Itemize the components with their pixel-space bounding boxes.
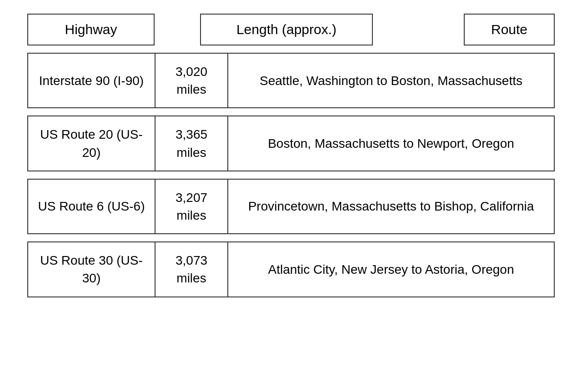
cell-highway-2: US Route 6 (US-6) — [28, 180, 156, 233]
cell-route-0: Seattle, Washington to Boston, Massachus… — [228, 54, 554, 107]
cell-length-3: 3,073 miles — [156, 242, 228, 296]
table-row: US Route 30 (US-30) 3,073 miles Atlantic… — [27, 241, 555, 297]
header-route: Route — [464, 14, 555, 45]
cell-length-1: 3,365 miles — [156, 116, 228, 170]
header-length: Length (approx.) — [200, 14, 373, 45]
cell-route-1: Boston, Massachusetts to Newport, Oregon — [228, 116, 554, 170]
table-header-row: Highway Length (approx.) Route — [27, 14, 555, 45]
table-row: Interstate 90 (I-90) 3,020 miles Seattle… — [27, 53, 555, 108]
cell-route-3: Atlantic City, New Jersey to Astoria, Or… — [228, 242, 554, 296]
cell-route-2: Provincetown, Massachusetts to Bishop, C… — [228, 180, 554, 233]
table-row: US Route 6 (US-6) 3,207 miles Provinceto… — [27, 179, 555, 234]
cell-highway-0: Interstate 90 (I-90) — [28, 54, 156, 107]
cell-length-2: 3,207 miles — [156, 180, 228, 233]
cell-highway-1: US Route 20 (US-20) — [28, 116, 156, 170]
cell-highway-3: US Route 30 (US-30) — [28, 242, 156, 296]
cell-length-0: 3,020 miles — [156, 54, 228, 107]
header-highway: Highway — [27, 14, 155, 45]
highway-table: Highway Length (approx.) Route Interstat… — [27, 14, 555, 305]
table-row: US Route 20 (US-20) 3,365 miles Boston, … — [27, 116, 555, 171]
